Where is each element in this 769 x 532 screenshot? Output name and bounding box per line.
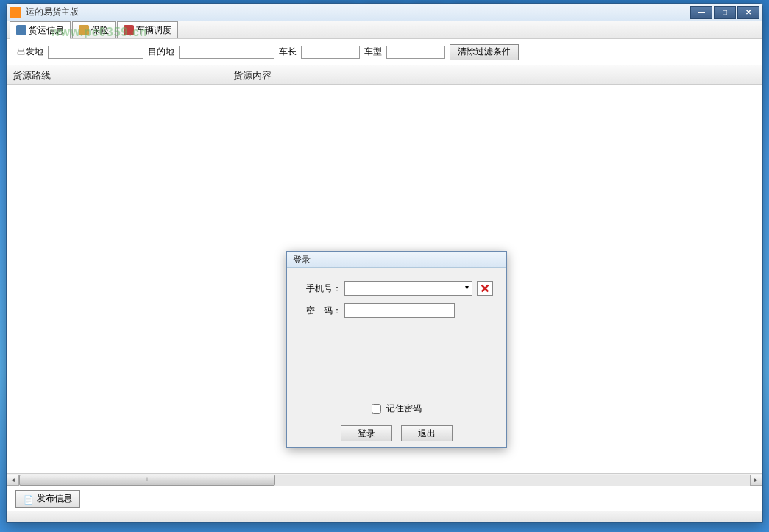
status-bar xyxy=(7,511,762,522)
departure-input[interactable] xyxy=(48,46,143,59)
tab-label: 保险 xyxy=(91,24,109,37)
exit-button[interactable]: 退出 xyxy=(401,425,453,441)
maximize-button[interactable]: □ xyxy=(714,6,736,19)
length-input[interactable] xyxy=(301,46,360,59)
length-label: 车长 xyxy=(279,46,297,58)
window-title: 运的易货主版 xyxy=(26,6,689,18)
tab-label: 车辆调度 xyxy=(136,24,171,37)
publish-label: 发布信息 xyxy=(37,492,72,505)
publish-icon xyxy=(24,494,34,503)
tab-vehicle-dispatch[interactable]: 车辆调度 xyxy=(117,21,178,38)
column-content[interactable]: 货源内容 xyxy=(227,65,762,84)
title-bar[interactable]: 运的易货主版 — □ ✕ xyxy=(7,4,762,21)
bottom-toolbar: 发布信息 xyxy=(7,486,762,511)
remember-password-label[interactable]: 记住密码 xyxy=(372,403,422,414)
tab-insurance[interactable]: 保险 xyxy=(72,21,116,38)
content-area: 登录 手机号： 密 码： 记住密码 xyxy=(7,85,762,473)
password-input[interactable] xyxy=(344,303,455,318)
departure-label: 出发地 xyxy=(17,46,43,58)
tab-freight-info[interactable]: 货运信息 xyxy=(10,21,71,39)
filter-bar: 出发地 目的地 车长 车型 清除过滤条件 xyxy=(7,39,762,65)
column-headers: 货源路线 货源内容 xyxy=(7,65,762,85)
insurance-icon xyxy=(79,25,89,35)
type-input[interactable] xyxy=(386,46,445,59)
type-label: 车型 xyxy=(364,46,382,58)
main-window: 运的易货主版 — □ ✕ 货运信息 保险 车辆调度 www.pc0359.cn … xyxy=(6,3,763,523)
tab-label: 货运信息 xyxy=(29,24,64,37)
login-dialog: 登录 手机号： 密 码： 记住密码 xyxy=(286,251,507,448)
phone-label: 手机号： xyxy=(300,283,341,295)
dispatch-icon xyxy=(124,25,134,35)
delete-x-icon xyxy=(480,283,490,294)
freight-icon xyxy=(16,25,26,35)
phone-combobox[interactable] xyxy=(344,281,472,296)
horizontal-scrollbar[interactable]: ◄ ► xyxy=(7,473,762,486)
delete-phone-button[interactable] xyxy=(477,281,493,296)
tab-bar: 货运信息 保险 车辆调度 xyxy=(7,21,762,39)
column-route[interactable]: 货源路线 xyxy=(7,65,227,84)
scroll-thumb[interactable] xyxy=(19,475,275,486)
app-icon xyxy=(10,7,21,18)
clear-filter-button[interactable]: 清除过滤条件 xyxy=(450,44,519,60)
login-button[interactable]: 登录 xyxy=(341,425,392,441)
scroll-right-arrow[interactable]: ► xyxy=(750,475,762,486)
password-label: 密 码： xyxy=(300,305,341,317)
minimize-button[interactable]: — xyxy=(690,6,712,19)
scroll-left-arrow[interactable]: ◄ xyxy=(7,475,19,486)
close-button[interactable]: ✕ xyxy=(737,6,759,19)
destination-label: 目的地 xyxy=(148,46,174,58)
login-dialog-title[interactable]: 登录 xyxy=(287,252,506,268)
publish-info-button[interactable]: 发布信息 xyxy=(15,490,80,508)
scroll-track[interactable] xyxy=(19,475,750,486)
destination-input[interactable] xyxy=(179,46,274,59)
remember-password-checkbox[interactable] xyxy=(372,404,381,414)
